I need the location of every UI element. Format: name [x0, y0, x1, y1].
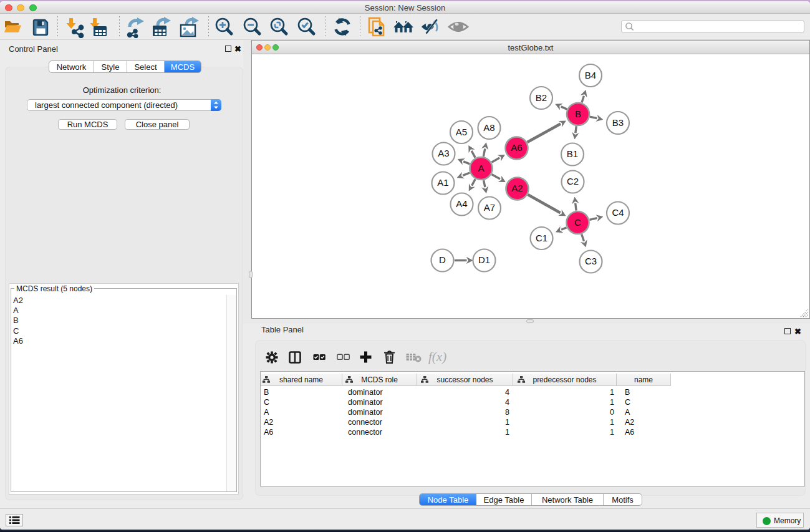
svg-text:A8: A8 [483, 122, 494, 133]
svg-text:D: D [439, 254, 446, 265]
svg-text:A1: A1 [437, 177, 448, 188]
svg-text:C3: C3 [585, 256, 597, 266]
svg-text:B3: B3 [612, 117, 624, 128]
svg-text:B1: B1 [567, 148, 578, 159]
svg-text:B4: B4 [585, 70, 596, 80]
svg-text:B2: B2 [536, 92, 547, 103]
svg-text:B: B [575, 109, 581, 119]
svg-text:C2: C2 [567, 176, 579, 186]
svg-text:D1: D1 [478, 254, 490, 265]
svg-text:A7: A7 [484, 202, 495, 213]
svg-text:A5: A5 [456, 127, 467, 137]
svg-text:A4: A4 [456, 198, 467, 209]
svg-text:C: C [574, 217, 581, 228]
svg-text:A3: A3 [438, 148, 449, 158]
svg-text:A: A [478, 163, 484, 173]
svg-text:A2: A2 [511, 183, 523, 193]
svg-text:A6: A6 [511, 142, 522, 153]
svg-text:C4: C4 [612, 207, 624, 218]
svg-text:C1: C1 [536, 233, 547, 243]
